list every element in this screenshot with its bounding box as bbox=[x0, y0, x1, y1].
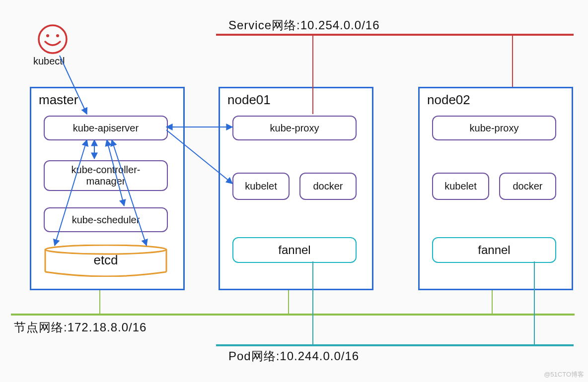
component-fannel: fannel bbox=[432, 237, 556, 263]
service-network-label: Service网络:10.254.0.0/16 bbox=[228, 17, 380, 33]
connector-node02-to-service-net bbox=[512, 36, 513, 87]
cluster-node02: node02 kube-proxy kubelet docker fannel bbox=[418, 87, 573, 290]
node-network-bar bbox=[11, 314, 575, 316]
smiley-icon bbox=[37, 24, 68, 55]
diagram-stage: Service网络:10.254.0.0/16 kubectl master k… bbox=[0, 0, 588, 382]
component-docker: docker bbox=[299, 173, 357, 200]
svg-point-1 bbox=[46, 34, 49, 37]
component-kube-scheduler: kube-scheduler bbox=[44, 207, 168, 232]
svg-point-2 bbox=[56, 34, 59, 37]
component-docker: docker bbox=[499, 173, 556, 200]
connector-node01-kproxy-to-service-net bbox=[312, 36, 313, 114]
etcd-label: etcd bbox=[44, 253, 168, 268]
pod-network-bar bbox=[216, 344, 574, 346]
component-kube-proxy: kube-proxy bbox=[232, 116, 357, 140]
node-network-label: 节点网络:172.18.8.0/16 bbox=[14, 319, 147, 335]
component-etcd: etcd bbox=[44, 245, 168, 277]
cluster-node02-title: node02 bbox=[427, 92, 470, 108]
cluster-node01: node01 kube-proxy kubelet docker fannel bbox=[219, 87, 373, 290]
component-kubelet: kubelet bbox=[232, 173, 290, 200]
component-kube-controller-manager: kube-controller-manager bbox=[44, 160, 168, 191]
cluster-node01-title: node01 bbox=[227, 92, 271, 108]
connector-node02-fannel-to-pod-net bbox=[534, 261, 535, 344]
kubectl-label: kubectl bbox=[33, 56, 65, 67]
svg-point-0 bbox=[39, 25, 67, 53]
service-network-bar bbox=[216, 34, 574, 36]
component-kube-apiserver: kube-apiserver bbox=[44, 116, 168, 140]
cluster-master-title: master bbox=[39, 92, 78, 108]
connector-node01-to-node-net bbox=[288, 290, 289, 314]
component-kube-proxy: kube-proxy bbox=[432, 116, 556, 140]
watermark: @51CTO博客 bbox=[544, 370, 584, 379]
component-kubelet: kubelet bbox=[432, 173, 489, 200]
connector-node02-to-node-net bbox=[492, 290, 493, 314]
connector-master-to-node-net bbox=[99, 290, 100, 314]
cluster-master: master kube-apiserver kube-controller-ma… bbox=[30, 87, 185, 290]
pod-network-label: Pod网络:10.244.0.0/16 bbox=[228, 348, 359, 364]
connector-node01-fannel-to-pod-net bbox=[312, 261, 313, 344]
component-fannel: fannel bbox=[232, 237, 357, 263]
